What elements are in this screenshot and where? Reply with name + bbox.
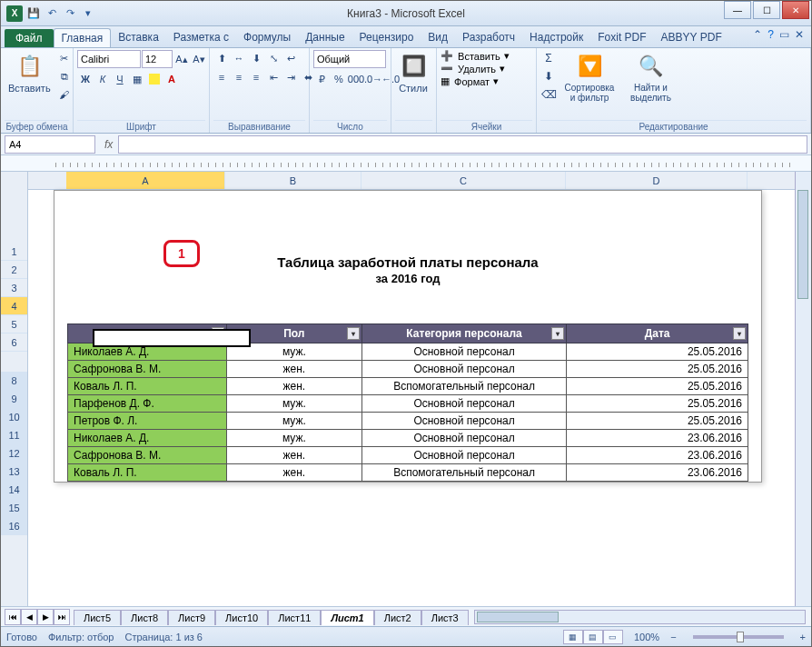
filter-button-1[interactable]: ▾	[347, 327, 360, 340]
row-header-16[interactable]: 16	[1, 517, 27, 535]
table-row[interactable]: Парфенов Д. Ф.муж.Основной персонал25.05…	[68, 395, 748, 413]
cell-cat[interactable]: Основной персонал	[362, 430, 567, 447]
save-button[interactable]: 💾	[26, 6, 41, 21]
align-bottom-button[interactable]: ⬇	[248, 50, 264, 66]
row-header-5[interactable]: 5	[1, 315, 27, 333]
align-right-button[interactable]: ≡	[248, 69, 264, 85]
cell-cat[interactable]: Основной персонал	[362, 447, 567, 464]
page-break-view-button[interactable]: ▭	[603, 630, 623, 644]
sheet-tab-Лист9[interactable]: Лист9	[168, 610, 215, 625]
copy-button[interactable]: ⧉	[56, 68, 73, 85]
filter-button-2[interactable]: ▾	[551, 327, 564, 340]
cell-name[interactable]: Коваль Л. П.	[68, 378, 227, 395]
format-painter-button[interactable]: 🖌	[56, 86, 73, 103]
cut-button[interactable]: ✂	[56, 50, 73, 66]
cell-name[interactable]: Коваль Л. П.	[68, 464, 227, 482]
border-button[interactable]: ▦	[129, 71, 145, 87]
table-row[interactable]: Николаев А. Д.муж.Основной персонал23.06…	[68, 430, 748, 447]
insert-cells-button[interactable]: ➕ Вставить ▾	[441, 50, 510, 62]
horizontal-scroll-thumb[interactable]	[477, 612, 559, 622]
align-center-button[interactable]: ≡	[231, 69, 247, 85]
qat-more-button[interactable]: ▾	[81, 6, 95, 21]
cell-date[interactable]: 25.05.2016	[567, 378, 748, 395]
row-header-11[interactable]: 11	[1, 426, 27, 444]
sheet-nav-2[interactable]: ▶	[37, 609, 54, 625]
cell-date[interactable]: 23.06.2016	[567, 430, 748, 447]
row-header-12[interactable]: 12	[1, 444, 27, 463]
cell-sex[interactable]: муж.	[226, 395, 361, 413]
cell-name[interactable]: Сафронова В. М.	[68, 447, 227, 464]
cell-cat[interactable]: Основной персонал	[362, 343, 567, 361]
ribbon-tab-6[interactable]: Вид	[421, 28, 455, 47]
ribbon-tab-10[interactable]: ABBYY PDF	[654, 28, 729, 47]
grid-area[interactable]: ABCD 1 Таблица заработной платы персонал…	[28, 172, 811, 606]
align-middle-button[interactable]: ↔	[231, 50, 247, 66]
col-header-D[interactable]: D	[566, 172, 748, 189]
comma-button[interactable]: 000	[348, 71, 364, 87]
decrease-indent-button[interactable]: ⇤	[265, 69, 282, 85]
table-row[interactable]: Коваль Л. П.жен.Вспомогательный персонал…	[68, 378, 748, 395]
sheet-nav-1[interactable]: ◀	[21, 609, 37, 625]
ribbon-tab-4[interactable]: Данные	[298, 28, 352, 47]
row-header-15[interactable]: 15	[1, 499, 27, 517]
maximize-button[interactable]: ☐	[753, 1, 780, 19]
cell-name[interactable]: Николаев А. Д.	[68, 430, 227, 447]
cell-sex[interactable]: жен.	[226, 464, 361, 482]
cell-cat[interactable]: Основной персонал	[362, 413, 567, 430]
cell-name[interactable]: Сафронова В. М.	[68, 361, 227, 378]
sheet-tab-Лист3[interactable]: Лист3	[421, 610, 469, 625]
fill-button[interactable]: ⬇	[540, 68, 557, 85]
window-restore-button[interactable]: ▭	[779, 28, 789, 41]
cell-date[interactable]: 25.05.2016	[567, 413, 748, 430]
zoom-slider[interactable]	[693, 635, 784, 639]
row-header-3[interactable]: 3	[1, 279, 27, 297]
clear-button[interactable]: ⌫	[540, 86, 557, 103]
autosum-button[interactable]: Σ	[540, 50, 557, 66]
paste-button[interactable]: 📋 Вставить	[5, 50, 54, 95]
orientation-button[interactable]: ⤡	[265, 50, 282, 66]
sheet-tab-Лист10[interactable]: Лист10	[215, 610, 268, 625]
sheet-tab-Лист5[interactable]: Лист5	[74, 610, 121, 625]
row-header-1[interactable]: 1	[1, 243, 27, 261]
ribbon-tab-0[interactable]: Главная	[54, 28, 112, 47]
ribbon-tab-9[interactable]: Foxit PDF	[590, 28, 653, 47]
table-row[interactable]: Петров Ф. Л.муж.Основной персонал25.05.2…	[68, 413, 748, 430]
italic-button[interactable]: К	[94, 71, 111, 87]
minimize-button[interactable]: —	[724, 1, 751, 19]
font-size-input[interactable]	[142, 50, 173, 68]
cell-cat[interactable]: Основной персонал	[362, 361, 567, 378]
ribbon-tab-7[interactable]: Разработч	[455, 28, 522, 47]
sheet-tab-Лист2[interactable]: Лист2	[374, 610, 421, 625]
zoom-in-button[interactable]: +	[800, 632, 806, 642]
cell-cat[interactable]: Вспомогательный персонал	[362, 378, 567, 395]
cell-date[interactable]: 23.06.2016	[567, 464, 748, 482]
underline-button[interactable]: Ч	[112, 71, 128, 87]
sheet-tab-Лист1[interactable]: Лист1	[321, 610, 373, 625]
active-cell[interactable]	[93, 329, 251, 347]
vertical-scroll-thumb[interactable]	[797, 190, 808, 299]
horizontal-scrollbar[interactable]	[474, 610, 806, 624]
styles-button[interactable]: 🔲 Стили	[395, 50, 431, 95]
cell-date[interactable]: 25.05.2016	[567, 395, 748, 413]
ribbon-tab-1[interactable]: Вставка	[111, 28, 166, 47]
minimize-ribbon-button[interactable]: ⌃	[753, 28, 762, 41]
ribbon-tab-2[interactable]: Разметка с	[166, 28, 236, 47]
grow-font-button[interactable]: A▴	[173, 51, 190, 67]
table-row[interactable]: Сафронова В. М.жен.Основной персонал23.0…	[68, 447, 748, 464]
font-name-input[interactable]	[77, 50, 141, 68]
col-header-C[interactable]: C	[361, 172, 566, 189]
fx-icon[interactable]: fx	[99, 138, 118, 151]
filter-button-3[interactable]: ▾	[733, 327, 746, 340]
help-button[interactable]: ?	[767, 28, 774, 41]
increase-indent-button[interactable]: ⇥	[282, 69, 299, 85]
cell-sex[interactable]: жен.	[226, 361, 361, 378]
cell-name[interactable]: Парфенов Д. Ф.	[68, 395, 227, 413]
close-button[interactable]: ✕	[782, 1, 809, 19]
name-box[interactable]	[5, 135, 95, 154]
cell-date[interactable]: 25.05.2016	[567, 361, 748, 378]
normal-view-button[interactable]: ▦	[563, 630, 583, 644]
vertical-scrollbar[interactable]	[795, 172, 811, 606]
row-header-10[interactable]: 10	[1, 408, 27, 426]
align-left-button[interactable]: ≡	[213, 69, 230, 85]
zoom-knob[interactable]	[737, 632, 744, 642]
